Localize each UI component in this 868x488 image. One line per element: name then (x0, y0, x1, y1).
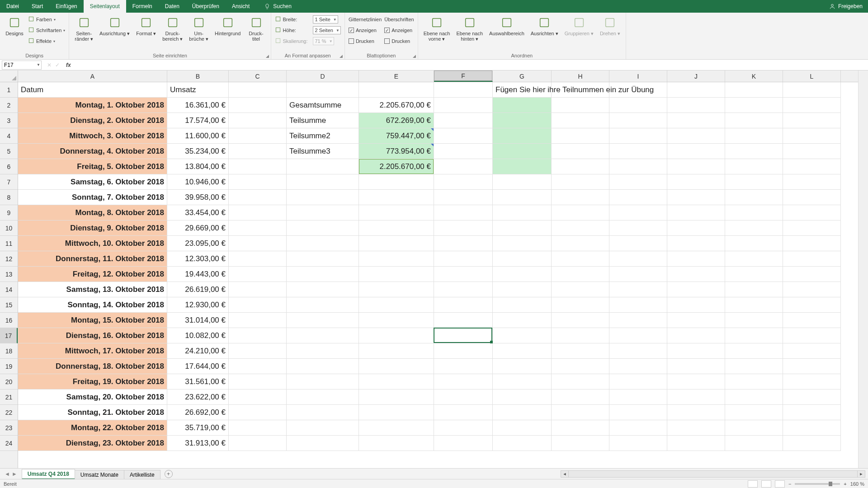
cell-A6[interactable]: Freitag, 5. Oktober 2018 (18, 159, 167, 174)
cell-K22[interactable] (725, 405, 783, 420)
ausrichtung-button[interactable]: Ausrichtung ▾ (98, 14, 132, 37)
cell-K7[interactable] (725, 174, 783, 190)
cell-C12[interactable] (229, 251, 287, 267)
cell-E14[interactable] (359, 282, 434, 297)
cell-B19[interactable]: 17.644,00 € (167, 359, 229, 374)
cell-J24[interactable] (667, 436, 725, 451)
cell-K21[interactable] (725, 389, 783, 405)
sheet-tab-1[interactable]: Umsatz Monate (75, 470, 124, 479)
cell-F16[interactable] (434, 313, 493, 328)
cell-H11[interactable] (552, 236, 609, 251)
cell-F13[interactable] (434, 267, 493, 282)
hoehe-select[interactable]: 2 Seiten▼ (313, 26, 341, 34)
cell-J22[interactable] (667, 405, 725, 420)
row-header-15[interactable]: 15 (0, 297, 18, 313)
cell-I13[interactable] (609, 267, 667, 282)
cell-B1[interactable]: Umsatz (167, 82, 229, 98)
cell-E20[interactable] (359, 374, 434, 389)
breite-select[interactable]: 1 Seite▼ (313, 15, 338, 23)
cell-G22[interactable] (493, 405, 552, 420)
cell-F3[interactable] (434, 113, 493, 128)
cell-E17[interactable] (359, 328, 434, 343)
cell-D24[interactable] (287, 436, 359, 451)
cell-D7[interactable] (287, 174, 359, 190)
cell-J20[interactable] (667, 374, 725, 389)
cell-F8[interactable] (434, 190, 493, 205)
cell-C3[interactable] (229, 113, 287, 128)
cell-K24[interactable] (725, 436, 783, 451)
cell-B21[interactable]: 23.622,00 € (167, 389, 229, 405)
cell-F22[interactable] (434, 405, 493, 420)
column-header-C[interactable]: C (229, 70, 287, 82)
cell-F10[interactable] (434, 221, 493, 236)
row-header-23[interactable]: 23 (0, 420, 18, 436)
column-header-J[interactable]: J (667, 70, 725, 82)
column-header-H[interactable]: H (552, 70, 609, 82)
cell-I10[interactable] (609, 221, 667, 236)
cell-A10[interactable]: Dienstag, 9. Oktober 2018 (18, 221, 167, 236)
cell-G11[interactable] (493, 236, 552, 251)
cell-H13[interactable] (552, 267, 609, 282)
cell-K20[interactable] (725, 374, 783, 389)
hintergrund-button[interactable]: Hintergrund (213, 14, 242, 37)
effekte-button[interactable]: Effekte ▾ (28, 36, 65, 46)
cell-E8[interactable] (359, 190, 434, 205)
cell-I7[interactable] (609, 174, 667, 190)
column-header-F[interactable]: F (434, 70, 493, 82)
cell-H17[interactable] (552, 328, 609, 343)
cell-A12[interactable]: Donnerstag, 11. Oktober 2018 (18, 251, 167, 267)
cell-A21[interactable]: Samstag, 20. Oktober 2018 (18, 389, 167, 405)
cell-B18[interactable]: 24.210,00 € (167, 343, 229, 359)
cell-E3[interactable]: 672.269,00 € (359, 113, 434, 128)
menu-tab-einfügen[interactable]: Einfügen (49, 0, 83, 13)
cell-J2[interactable] (667, 98, 725, 113)
cell-K9[interactable] (725, 205, 783, 221)
cell-I24[interactable] (609, 436, 667, 451)
cell-I20[interactable] (609, 374, 667, 389)
cell-F15[interactable] (434, 297, 493, 313)
cell-K5[interactable] (725, 144, 783, 159)
seitenraender-button[interactable]: Seiten- ränder ▾ (73, 14, 95, 42)
cell-C7[interactable] (229, 174, 287, 190)
cell-E11[interactable] (359, 236, 434, 251)
cell-C1[interactable] (229, 82, 287, 98)
cell-J18[interactable] (667, 343, 725, 359)
cell-B6[interactable]: 13.804,00 € (167, 159, 229, 174)
zoom-slider[interactable] (795, 483, 840, 485)
row-header-11[interactable]: 11 (0, 236, 18, 251)
cell-B5[interactable]: 35.234,00 € (167, 144, 229, 159)
ueberschr-anzeigen-checkbox[interactable]: ✓Anzeigen (384, 25, 414, 35)
row-header-14[interactable]: 14 (0, 282, 18, 297)
ausrichten-button[interactable]: Ausrichten ▾ (529, 14, 560, 37)
cell-L4[interactable] (783, 128, 841, 144)
cell-F18[interactable] (434, 343, 493, 359)
cell-J23[interactable] (667, 420, 725, 436)
cell-K15[interactable] (725, 297, 783, 313)
cell-E21[interactable] (359, 389, 434, 405)
add-sheet-button[interactable]: + (165, 470, 173, 478)
cell-A8[interactable]: Sonntag, 7. Oktober 2018 (18, 190, 167, 205)
cell-K16[interactable] (725, 313, 783, 328)
cell-H7[interactable] (552, 174, 609, 190)
cell-G10[interactable] (493, 221, 552, 236)
cell-F21[interactable] (434, 389, 493, 405)
cell-I8[interactable] (609, 190, 667, 205)
cell-I17[interactable] (609, 328, 667, 343)
zoom-in-button[interactable]: + (844, 481, 846, 487)
cell-I22[interactable] (609, 405, 667, 420)
cell-K12[interactable] (725, 251, 783, 267)
cell-K2[interactable] (725, 98, 783, 113)
hscroll-right[interactable]: ► (857, 470, 865, 478)
row-header-13[interactable]: 13 (0, 267, 18, 282)
cell-H14[interactable] (552, 282, 609, 297)
cell-E7[interactable] (359, 174, 434, 190)
cell-B16[interactable]: 31.014,00 € (167, 313, 229, 328)
cell-G5[interactable] (493, 144, 552, 159)
cell-H2[interactable] (552, 98, 609, 113)
cell-B7[interactable]: 10.946,00 € (167, 174, 229, 190)
cell-K3[interactable] (725, 113, 783, 128)
cell-H22[interactable] (552, 405, 609, 420)
cell-K13[interactable] (725, 267, 783, 282)
cell-F7[interactable] (434, 174, 493, 190)
ueberschr-drucken-checkbox[interactable]: Drucken (384, 36, 414, 46)
